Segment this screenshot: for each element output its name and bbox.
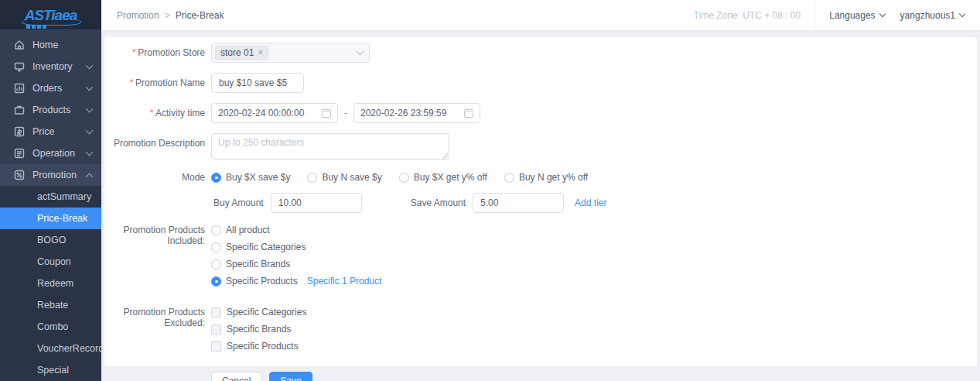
radio-icon [399, 173, 409, 183]
save-amount-input[interactable] [473, 193, 564, 213]
specific-products-link[interactable]: Specific 1 Product [307, 276, 382, 287]
operation-icon [14, 148, 25, 159]
promotion-description-textarea[interactable] [211, 133, 449, 160]
sidebar: ASTiaea Home Inventory [0, 0, 101, 381]
radio-icon [211, 259, 221, 269]
required-asterisk: * [149, 108, 153, 118]
form-row-mode: Mode Buy $X save $y Buy N save $y Buy [104, 172, 977, 183]
promotion-store-select[interactable]: store 01 × [211, 43, 370, 63]
chevron-down-icon [879, 11, 885, 17]
radio-selected-icon [211, 276, 221, 287]
logo-text: ASTiaea [25, 8, 77, 22]
breadcrumb: Promotion > Price-Break [117, 10, 224, 21]
included-option-specific-brands[interactable]: Specific Brands [211, 259, 381, 269]
excluded-option-specific-products[interactable]: Specific Products [211, 341, 306, 352]
sidebar-item-actsummary[interactable]: actSummary [0, 186, 101, 208]
sidebar-item-promotion[interactable]: Promotion [0, 164, 101, 186]
included-option-all-product[interactable]: All product [211, 225, 381, 235]
calendar-icon[interactable] [464, 109, 473, 118]
inventory-icon [14, 61, 25, 72]
tag-close-icon[interactable]: × [258, 48, 263, 57]
add-tier-link[interactable]: Add tier [575, 197, 606, 208]
mode-option-buy-n-get-pct[interactable]: Buy N get y% off [504, 172, 588, 183]
logo-subtext-marks [26, 25, 46, 29]
radio-icon [211, 225, 221, 235]
sidebar-item-orders[interactable]: Orders [0, 77, 101, 99]
sidebar-item-redeem[interactable]: Redeem [0, 273, 101, 294]
sidebar-item-voucherrecord[interactable]: VoucherRecord [0, 338, 101, 359]
checkbox-icon [211, 324, 221, 335]
excluded-option-specific-categories[interactable]: Specific Categories [211, 307, 306, 318]
form-row-included: Promotion Products Included: All product… [104, 225, 977, 293]
mode-option-buy-x-save-y[interactable]: Buy $X save $y [211, 172, 290, 183]
sidebar-item-special[interactable]: Special [0, 359, 101, 381]
mode-radio-group: Buy $X save $y Buy N save $y Buy $X get … [211, 172, 588, 183]
top-header: Promotion > Price-Break Time Zone: UTC +… [101, 0, 980, 31]
page-content: *Promotion Store store 01 × *Promotion N… [101, 31, 980, 381]
promotion-name-input[interactable] [211, 73, 304, 93]
date-range-separator: - [344, 108, 347, 118]
chevron-down-icon [86, 84, 94, 91]
promotion-icon [14, 170, 25, 180]
form-row-store: *Promotion Store store 01 × [104, 43, 977, 63]
sidebar-item-inventory[interactable]: Inventory [0, 56, 101, 77]
checkbox-icon [211, 342, 221, 352]
sidebar-item-bogo[interactable]: BOGO [0, 229, 101, 251]
sidebar-item-combo[interactable]: Combo [0, 316, 101, 338]
price-icon [14, 126, 25, 137]
main-menu: Home Inventory Orders Product [0, 29, 101, 186]
form-row-name: *Promotion Name [104, 73, 977, 93]
app-logo[interactable]: ASTiaea [0, 0, 101, 29]
required-asterisk: * [129, 77, 133, 88]
home-icon [14, 39, 25, 50]
price-break-form: *Promotion Store store 01 × *Promotion N… [104, 37, 977, 366]
included-option-specific-products[interactable]: Specific Products Specific 1 Product [211, 276, 381, 287]
excluded-checkbox-group: Specific Categories Specific Brands Spec… [211, 307, 306, 358]
sidebar-item-products[interactable]: Products [0, 99, 101, 121]
radio-icon [504, 173, 514, 183]
promotion-submenu: actSummary Price-Break BOGO Coupon Redee… [0, 186, 101, 381]
excluded-option-specific-brands[interactable]: Specific Brands [211, 324, 306, 335]
checkbox-icon [211, 307, 221, 318]
cancel-button[interactable]: Cancel [211, 372, 261, 381]
orders-icon [14, 83, 25, 94]
languages-dropdown[interactable]: Languages [829, 10, 884, 21]
included-radio-group: All product Specific Categories Specific… [211, 225, 381, 293]
breadcrumb-separator: > [165, 10, 170, 21]
sidebar-item-price[interactable]: Price [0, 121, 101, 142]
buy-amount-input[interactable] [271, 193, 362, 213]
chevron-down-icon [86, 127, 94, 135]
form-actions: Cancel Save [211, 372, 977, 381]
user-dropdown[interactable]: yangzhuous1 [900, 10, 965, 21]
breadcrumb-promotion[interactable]: Promotion [117, 10, 159, 21]
calendar-icon[interactable] [322, 109, 331, 118]
form-row-excluded: Promotion Products Excluded: Specific Ca… [104, 307, 977, 358]
app-window: ASTiaea Home Inventory [0, 0, 980, 381]
radio-icon [307, 173, 317, 183]
chevron-down-icon [959, 11, 965, 17]
chevron-down-icon [86, 149, 94, 156]
mode-option-buy-x-get-pct[interactable]: Buy $X get y% off [399, 172, 487, 183]
mode-option-buy-n-save-y[interactable]: Buy N save $y [307, 172, 381, 183]
sidebar-item-rebate[interactable]: Rebate [0, 294, 101, 316]
chevron-down-icon [357, 47, 364, 55]
sidebar-item-home[interactable]: Home [0, 34, 101, 56]
store-tag: store 01 × [215, 46, 268, 60]
sidebar-item-coupon[interactable]: Coupon [0, 251, 101, 273]
radio-selected-icon [211, 173, 221, 183]
end-datetime-input[interactable]: 2020-02-26 23:59:59 [353, 103, 480, 123]
header-divider [814, 0, 815, 31]
sidebar-item-price-break[interactable]: Price-Break [0, 208, 101, 229]
form-row-activity-time: *Activity time 2020-02-24 00:00:00 - 202… [104, 103, 977, 123]
chevron-down-icon [86, 105, 94, 113]
required-asterisk: * [132, 47, 136, 58]
start-datetime-input[interactable]: 2020-02-24 00:00:00 [211, 103, 338, 123]
breadcrumb-current: Price-Break [176, 10, 224, 21]
sidebar-item-operation[interactable]: Operation [0, 142, 101, 164]
products-icon [14, 105, 25, 115]
included-option-specific-categories[interactable]: Specific Categories [211, 242, 381, 252]
radio-icon [211, 242, 221, 252]
timezone-label: Time Zone: UTC + 08 : 00 [694, 10, 801, 21]
save-button[interactable]: Save [269, 372, 312, 381]
chevron-down-icon [86, 62, 94, 70]
